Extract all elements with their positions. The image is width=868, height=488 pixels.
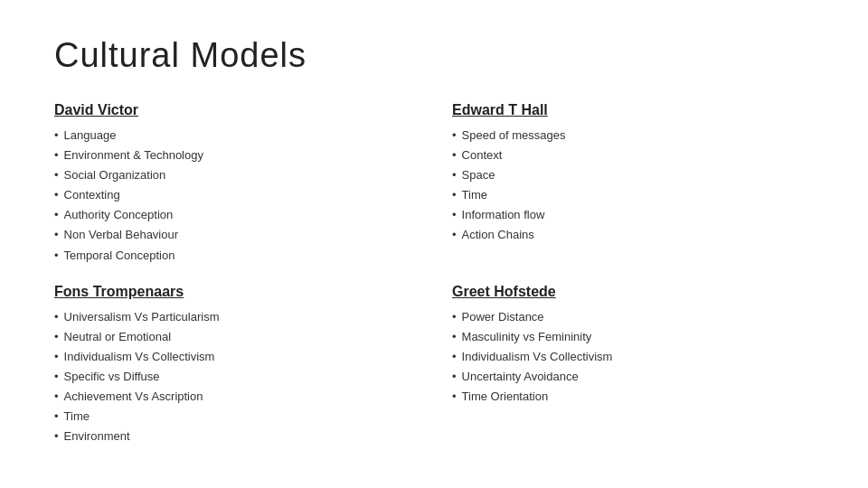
section-list-david-victor: LanguageEnvironment & TechnologySocial O… (54, 126, 416, 266)
section-fons-trompenaars: Fons TrompenaarsUniversalism Vs Particul… (54, 284, 416, 447)
list-item: Time Orientation (452, 387, 814, 407)
list-item: Specific vs Diffuse (54, 367, 416, 387)
list-item: Uncertainty Avoidance (452, 367, 814, 387)
section-title-fons-trompenaars: Fons Trompenaars (54, 284, 416, 300)
section-list-fons-trompenaars: Universalism Vs ParticularismNeutral or … (54, 307, 416, 447)
list-item: Environment & Technology (54, 145, 416, 165)
list-item: Authority Conception (54, 205, 416, 225)
section-list-edward-t-hall: Speed of messagesContextSpaceTimeInforma… (452, 126, 814, 246)
list-item: Contexting (54, 185, 416, 205)
page-title: Cultural Models (54, 36, 814, 75)
list-item: Social Organization (54, 165, 416, 185)
list-item: Individualism Vs Collectivism (54, 347, 416, 367)
section-edward-t-hall: Edward T HallSpeed of messagesContextSpa… (452, 102, 814, 266)
list-item: Context (452, 145, 814, 165)
list-item: Information flow (452, 205, 814, 225)
list-item: Achievement Vs Ascription (54, 387, 416, 407)
list-item: Masculinity vs Femininity (452, 327, 814, 347)
list-item: Time (54, 407, 416, 427)
list-item: Power Distance (452, 307, 814, 327)
list-item: Neutral or Emotional (54, 327, 416, 347)
section-david-victor: David VictorLanguageEnvironment & Techno… (54, 102, 416, 266)
section-title-edward-t-hall: Edward T Hall (452, 102, 814, 118)
section-title-david-victor: David Victor (54, 102, 416, 118)
section-list-greet-hofstede: Power DistanceMasculinity vs FemininityI… (452, 307, 814, 407)
page: Cultural Models David VictorLanguageEnvi… (0, 0, 868, 488)
list-item: Environment (54, 427, 416, 446)
list-item: Universalism Vs Particularism (54, 307, 416, 327)
list-item: Language (54, 126, 416, 145)
list-item: Space (452, 165, 814, 185)
list-item: Temporal Conception (54, 246, 416, 266)
content-grid: David VictorLanguageEnvironment & Techno… (54, 102, 814, 446)
list-item: Time (452, 185, 814, 205)
list-item: Action Chains (452, 225, 814, 245)
list-item: Speed of messages (452, 126, 814, 145)
section-title-greet-hofstede: Greet Hofstede (452, 284, 814, 300)
list-item: Non Verbal Behaviour (54, 225, 416, 245)
list-item: Individualism Vs Collectivism (452, 347, 814, 367)
section-greet-hofstede: Greet HofstedePower DistanceMasculinity … (452, 284, 814, 447)
